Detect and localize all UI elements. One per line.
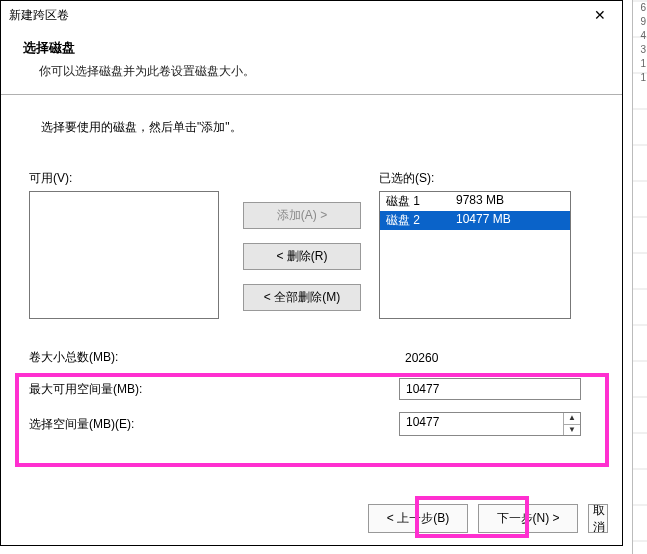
wizard-header: 选择磁盘 你可以选择磁盘并为此卷设置磁盘大小。 xyxy=(1,29,622,95)
instruction-text: 选择要使用的磁盘，然后单击"添加"。 xyxy=(41,119,582,136)
available-disks-listbox[interactable] xyxy=(29,191,219,319)
total-size-value: 20260 xyxy=(399,351,593,365)
remove-button[interactable]: < 删除(R) xyxy=(243,243,361,270)
wizard-step-title: 选择磁盘 xyxy=(23,39,600,57)
close-icon: ✕ xyxy=(594,7,606,23)
max-space-label: 最大可用空间量(MB): xyxy=(29,381,399,398)
spinner-up-icon[interactable]: ▲ xyxy=(564,413,580,425)
new-spanned-volume-dialog: 新建跨区卷 ✕ 选择磁盘 你可以选择磁盘并为此卷设置磁盘大小。 选择要使用的磁盘… xyxy=(0,0,623,546)
select-space-value[interactable]: 10477 xyxy=(400,413,563,435)
spinner-down-icon[interactable]: ▼ xyxy=(564,425,580,436)
cancel-button[interactable]: 取消 xyxy=(588,504,608,533)
select-space-spinner[interactable]: 10477 ▲ ▼ xyxy=(399,412,581,436)
dialog-title: 新建跨区卷 xyxy=(9,7,578,24)
titlebar: 新建跨区卷 ✕ xyxy=(1,1,622,29)
select-space-label: 选择空间量(MB)(E): xyxy=(29,416,399,433)
selected-label: 已选的(S): xyxy=(379,170,594,187)
page-side-marks: 6 9 4 3 1 1 xyxy=(632,0,647,554)
close-button[interactable]: ✕ xyxy=(578,1,622,29)
add-button: 添加(A) > xyxy=(243,202,361,229)
back-button[interactable]: < 上一步(B) xyxy=(368,504,468,533)
remove-all-button[interactable]: < 全部删除(M) xyxy=(243,284,361,311)
wizard-step-subtitle: 你可以选择磁盘并为此卷设置磁盘大小。 xyxy=(23,63,600,80)
total-size-label: 卷大小总数(MB): xyxy=(29,349,399,366)
list-item[interactable]: 磁盘 2 10477 MB xyxy=(380,211,570,230)
selected-disks-listbox[interactable]: 磁盘 1 9783 MB 磁盘 2 10477 MB xyxy=(379,191,571,319)
max-space-field: 10477 xyxy=(399,378,581,400)
wizard-footer: < 上一步(B) 下一步(N) > 取消 xyxy=(368,504,608,533)
list-item[interactable]: 磁盘 1 9783 MB xyxy=(380,192,570,211)
available-label: 可用(V): xyxy=(29,170,225,187)
next-button[interactable]: 下一步(N) > xyxy=(478,504,578,533)
